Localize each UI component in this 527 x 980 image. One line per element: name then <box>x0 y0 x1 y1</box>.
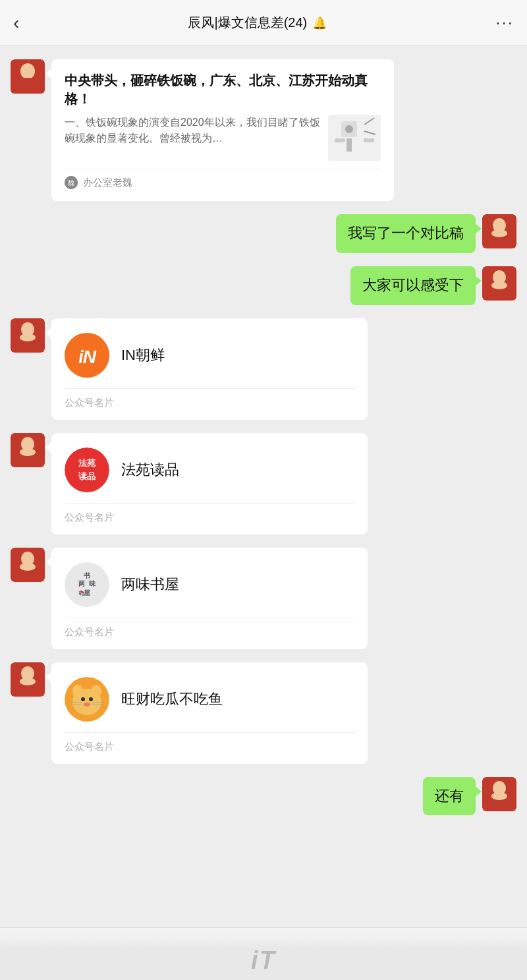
svg-text:📚: 📚 <box>78 590 85 596</box>
message-row: 中央带头，砸碎铁饭碗，广东、北京、江苏开始动真格！ 一、铁饭碗现象的演变自202… <box>11 59 516 201</box>
bubble-arrow <box>475 786 482 797</box>
bubble-arrow <box>45 69 52 79</box>
avatar <box>11 433 45 467</box>
account-card[interactable]: 书 两 味 屋 📚 两味书屋 公众号名片 <box>51 548 368 649</box>
svg-point-18 <box>491 229 507 237</box>
svg-text:味: 味 <box>89 580 96 587</box>
bubble-arrow <box>45 442 52 453</box>
svg-rect-8 <box>347 138 352 152</box>
svg-text:两: 两 <box>78 580 86 587</box>
account-name: IN朝鲜 <box>121 345 165 365</box>
article-footer: 魏 办公室老魏 <box>65 169 381 189</box>
avatar <box>11 548 45 582</box>
account-card-inner: iN IN朝鲜 <box>65 333 354 378</box>
message-row: 法苑 读品 法苑读品 公众号名片 <box>11 433 516 534</box>
account-name: 法苑读品 <box>121 460 179 480</box>
svg-text:法苑: 法苑 <box>78 458 96 468</box>
account-logo: 法苑 读品 <box>65 447 109 492</box>
avatar <box>482 777 516 811</box>
account-card-inner: 书 两 味 屋 📚 两味书屋 <box>65 562 354 607</box>
svg-text:读品: 读品 <box>78 471 96 481</box>
account-name: 两味书屋 <box>121 575 179 594</box>
bottom-spacer <box>11 828 516 894</box>
bell-icon[interactable]: 🔔 <box>312 16 327 30</box>
bubble-arrow <box>45 672 52 682</box>
chat-area: 中央带头，砸碎铁饭碗，广东、北京、江苏开始动真格！ 一、铁饭碗现象的演变自202… <box>0 46 527 908</box>
header-title: 辰风|爆文信息差(24) 🔔 <box>188 14 327 32</box>
message-row: 我写了一个对比稿 <box>11 214 516 253</box>
svg-point-22 <box>491 281 507 289</box>
bottom-bar <box>0 927 527 980</box>
account-card-inner: 法苑 读品 法苑读品 <box>65 447 354 492</box>
svg-text:书: 书 <box>84 572 90 579</box>
text-bubble: 还有 <box>423 777 476 816</box>
message-row: 还有 <box>11 777 516 816</box>
bubble-text: 大家可以感受下 <box>350 266 476 305</box>
svg-point-39 <box>20 563 36 571</box>
message-row: 书 两 味 屋 📚 两味书屋 公众号名片 <box>11 548 516 649</box>
avatar <box>11 59 45 94</box>
svg-point-54 <box>75 691 99 712</box>
svg-text:iN: iN <box>78 347 97 367</box>
account-logo <box>65 677 109 722</box>
source-icon: 魏 <box>65 176 78 189</box>
bubble-arrow <box>475 275 482 286</box>
article-text: 一、铁饭碗现象的演变自2020年以来，我们目睹了铁饭碗现象的显著变化。曾经被视为… <box>65 115 320 146</box>
svg-point-55 <box>81 697 85 701</box>
avatar <box>482 214 516 248</box>
account-label: 公众号名片 <box>65 618 354 639</box>
article-thumbnail <box>328 115 381 161</box>
svg-point-32 <box>20 448 36 456</box>
account-card[interactable]: 法苑 读品 法苑读品 公众号名片 <box>51 433 368 534</box>
account-logo: 书 两 味 屋 📚 <box>65 562 109 607</box>
svg-point-49 <box>20 677 36 685</box>
svg-text:魏: 魏 <box>68 179 74 187</box>
svg-point-4 <box>18 78 37 88</box>
article-body: 一、铁饭碗现象的演变自2020年以来，我们目睹了铁饭碗现象的显著变化。曾经被视为… <box>65 115 381 161</box>
svg-point-1 <box>20 63 35 79</box>
article-card[interactable]: 中央带头，砸碎铁饭碗，广东、北京、江苏开始动真格！ 一、铁饭碗现象的演变自202… <box>51 59 394 201</box>
svg-point-65 <box>491 792 507 800</box>
bubble-arrow <box>45 328 52 338</box>
svg-point-57 <box>84 703 90 706</box>
account-label: 公众号名片 <box>65 732 354 753</box>
message-row: iN IN朝鲜 公众号名片 <box>11 318 516 420</box>
account-name: 旺财吃瓜不吃鱼 <box>121 689 223 709</box>
bubble-text: 还有 <box>423 777 476 816</box>
bubble-arrow <box>475 223 482 234</box>
account-logo: iN <box>65 333 109 378</box>
chat-title: 辰风|爆文信息差(24) <box>188 14 307 32</box>
svg-point-56 <box>89 697 93 701</box>
account-label: 公众号名片 <box>65 503 354 524</box>
account-card-inner: 旺财吃瓜不吃鱼 <box>65 677 354 722</box>
svg-point-26 <box>20 333 36 341</box>
svg-point-40 <box>65 562 109 607</box>
avatar <box>482 266 516 301</box>
account-label: 公众号名片 <box>65 388 354 409</box>
bubble-arrow <box>45 557 52 567</box>
text-bubble: 我写了一个对比稿 <box>336 214 476 253</box>
svg-point-7 <box>345 125 353 133</box>
avatar <box>11 318 45 353</box>
avatar <box>11 662 45 697</box>
source-name: 办公室老魏 <box>83 177 132 189</box>
message-row: 大家可以感受下 <box>11 266 516 305</box>
account-card[interactable]: 旺财吃瓜不吃鱼 公众号名片 <box>51 662 368 764</box>
account-card[interactable]: iN IN朝鲜 公众号名片 <box>51 318 368 420</box>
back-button[interactable]: ‹ <box>13 14 19 32</box>
header: ‹ 辰风|爆文信息差(24) 🔔 ··· <box>0 0 527 46</box>
bubble-text: 我写了一个对比稿 <box>336 214 476 253</box>
svg-rect-9 <box>335 138 345 142</box>
text-bubble: 大家可以感受下 <box>350 266 476 305</box>
article-title: 中央带头，砸碎铁饭碗，广东、北京、江苏开始动真格！ <box>65 71 381 108</box>
message-row: 旺财吃瓜不吃鱼 公众号名片 <box>11 662 516 764</box>
svg-rect-10 <box>364 138 374 142</box>
svg-point-33 <box>65 447 109 492</box>
more-button[interactable]: ··· <box>495 13 514 33</box>
